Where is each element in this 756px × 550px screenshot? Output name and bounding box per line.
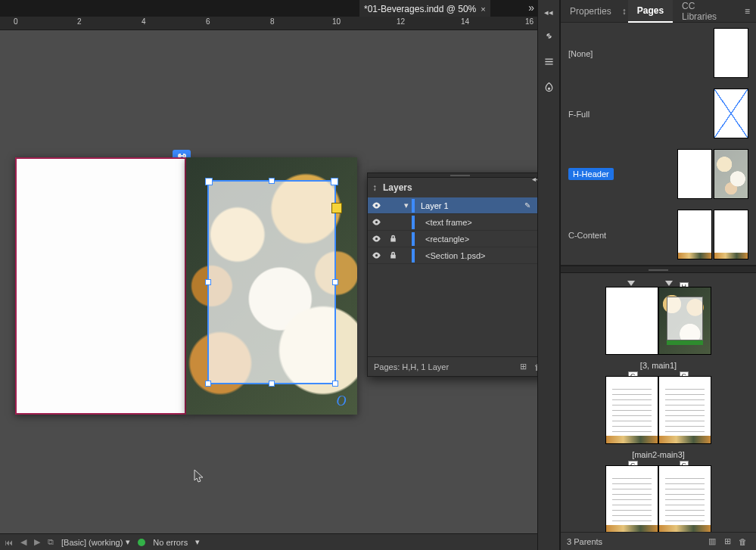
- dock-expand-icon[interactable]: ◂◂: [544, 8, 553, 17]
- selected-text-frame[interactable]: [207, 180, 336, 384]
- parent-thumb[interactable]: [714, 89, 748, 138]
- parent-page-row[interactable]: C-Content: [561, 204, 756, 265]
- tab-properties[interactable]: Properties: [561, 0, 621, 23]
- ruler-label: 8: [270, 17, 275, 26]
- right-panel-tabs: Properties ↕ Pages CC Libraries ≡: [561, 0, 756, 23]
- page-thumb[interactable]: [605, 287, 658, 355]
- document-spread: O: [15, 157, 357, 415]
- lock-toggle-icon[interactable]: [384, 250, 401, 260]
- disclosure-icon[interactable]: ▾: [401, 200, 412, 210]
- pen-target-icon[interactable]: ✎: [524, 201, 535, 210]
- status-bar: ⏮ ◀ ▶ ⧉ [Basic] (working) ▾ No errors ▾: [0, 533, 537, 550]
- spread-thumb[interactable]: C C: [605, 376, 711, 444]
- parent-page-row[interactable]: F-Full: [561, 83, 756, 144]
- page-thumb[interactable]: [605, 465, 658, 532]
- layers-panel[interactable]: ◂◂ × ↕ Layers ≡ ▾ Layer 1 ✎ ▸ <text fram: [367, 172, 552, 377]
- page-nav-open-icon[interactable]: ⧉: [48, 537, 54, 547]
- visibility-toggle-icon[interactable]: [368, 217, 384, 227]
- layer-item-row[interactable]: ▸ <Section 1.psd>: [368, 247, 552, 264]
- layers-tab[interactable]: Layers: [383, 182, 412, 193]
- parent-label: C-Content: [568, 229, 630, 240]
- page-nav-first-icon[interactable]: ⏮: [5, 538, 13, 547]
- links-panel-icon[interactable]: [541, 28, 556, 43]
- layer-name[interactable]: Layer 1: [419, 201, 524, 210]
- document-tab-title: *01-Beverages.indd @ 50%: [364, 4, 476, 14]
- pages-footer-text: 3 Parents: [567, 537, 602, 546]
- spread-thumb[interactable]: H: [605, 287, 711, 355]
- parent-thumb[interactable]: [714, 210, 748, 259]
- visibility-toggle-icon[interactable]: [368, 200, 384, 210]
- pages-panel-footer: 3 Parents ▥ ⊞ 🗑: [561, 532, 756, 550]
- tabbar-overflow-icon[interactable]: »: [528, 2, 534, 14]
- tab-cc-libraries[interactable]: CC Libraries: [673, 0, 739, 23]
- section-marker-icon: [627, 281, 635, 286]
- horizontal-ruler: 0 2 4 6 8 10 12 14 16: [0, 17, 537, 30]
- document-tab[interactable]: *01-Beverages.indd @ 50% ×: [359, 0, 490, 17]
- edit-page-size-icon[interactable]: ▥: [705, 536, 720, 546]
- preflight-status[interactable]: No errors: [153, 538, 188, 547]
- lock-toggle-icon[interactable]: [384, 234, 401, 244]
- parent-thumb[interactable]: [677, 149, 712, 199]
- ruler-label: 6: [206, 17, 210, 26]
- panel-resize-icon[interactable]: ↕: [372, 182, 377, 193]
- page-left[interactable]: [15, 157, 186, 415]
- chevron-down-icon[interactable]: ▾: [195, 537, 200, 547]
- document-pages-section: H [3, main1] C C [main2-main3] C C [main…: [561, 273, 756, 532]
- ruler-label: 14: [461, 17, 469, 26]
- layers-footer-text: Pages: H,H, 1 Layer: [374, 362, 449, 371]
- page-thumb[interactable]: [658, 376, 711, 444]
- layer-item-row[interactable]: ▸ <text frame>: [368, 214, 552, 231]
- panel-dock: ◂◂: [537, 0, 560, 550]
- panel-resize-icon[interactable]: ↕: [621, 6, 628, 17]
- page-nav-prev-icon[interactable]: ◀: [20, 537, 26, 547]
- layer-color-chip: [412, 216, 415, 229]
- new-page-icon[interactable]: ⊞: [720, 536, 735, 546]
- parent-label: H-Header: [568, 168, 614, 180]
- tab-pages[interactable]: Pages: [628, 0, 673, 23]
- delete-page-icon[interactable]: 🗑: [735, 537, 750, 546]
- parent-thumb[interactable]: [714, 149, 748, 199]
- ruler-label: 0: [14, 17, 18, 26]
- visibility-toggle-icon[interactable]: [368, 234, 384, 244]
- layer-item-row[interactable]: ▸ <rectangle>: [368, 231, 552, 247]
- parent-page-row[interactable]: H-Header: [561, 144, 756, 204]
- layer-row[interactable]: ▾ Layer 1 ✎: [368, 197, 552, 214]
- layer-list: ▾ Layer 1 ✎ ▸ <text frame> ▸ <r: [368, 197, 552, 356]
- spread-thumb[interactable]: C C: [605, 465, 711, 532]
- page-thumb[interactable]: [658, 465, 711, 532]
- panel-menu-icon[interactable]: ≡: [739, 6, 756, 17]
- cursor-icon: [194, 469, 204, 483]
- layers-footer: Pages: H,H, 1 Layer ⊞ 🗑: [368, 356, 552, 376]
- new-layer-icon[interactable]: ⊞: [515, 362, 530, 371]
- preflight-ok-icon: [138, 539, 145, 546]
- section-divider[interactable]: [561, 266, 756, 273]
- layer-item-name[interactable]: <Section 1.psd>: [419, 251, 538, 260]
- page-nav-next-icon[interactable]: ▶: [34, 537, 40, 547]
- parent-pages-section: [None] F-Full H-Header C-Content: [561, 23, 756, 266]
- layer-color-chip: [412, 232, 415, 246]
- parent-thumb[interactable]: [714, 28, 748, 78]
- svg-point-0: [548, 88, 549, 89]
- parent-label: [None]: [568, 48, 630, 58]
- page-thumb[interactable]: [605, 376, 658, 444]
- ruler-label: 16: [525, 17, 534, 26]
- page-right[interactable]: O: [186, 157, 357, 415]
- parent-label: F-Full: [568, 108, 630, 119]
- ruler-label: 2: [77, 17, 82, 26]
- layer-item-name[interactable]: <rectangle>: [419, 235, 538, 244]
- paragraph-styles-panel-icon[interactable]: [541, 54, 556, 69]
- section-marker-icon: [665, 281, 673, 286]
- page-thumb[interactable]: [658, 287, 711, 355]
- visibility-toggle-icon[interactable]: [368, 250, 384, 260]
- adornment-icon[interactable]: [331, 203, 342, 213]
- spread-label: [main2-main3]: [632, 450, 685, 459]
- overset-text-icon[interactable]: O: [334, 393, 348, 407]
- workspace-preset-dropdown[interactable]: [Basic] (working) ▾: [61, 537, 130, 547]
- close-icon[interactable]: ×: [481, 5, 485, 14]
- panel-grip[interactable]: [368, 173, 552, 178]
- swatches-panel-icon[interactable]: [541, 79, 556, 95]
- parent-thumb[interactable]: [677, 210, 712, 259]
- parent-page-row[interactable]: [None]: [561, 23, 756, 83]
- layer-item-name[interactable]: <text frame>: [419, 218, 538, 227]
- chevron-down-icon: ▾: [126, 537, 130, 547]
